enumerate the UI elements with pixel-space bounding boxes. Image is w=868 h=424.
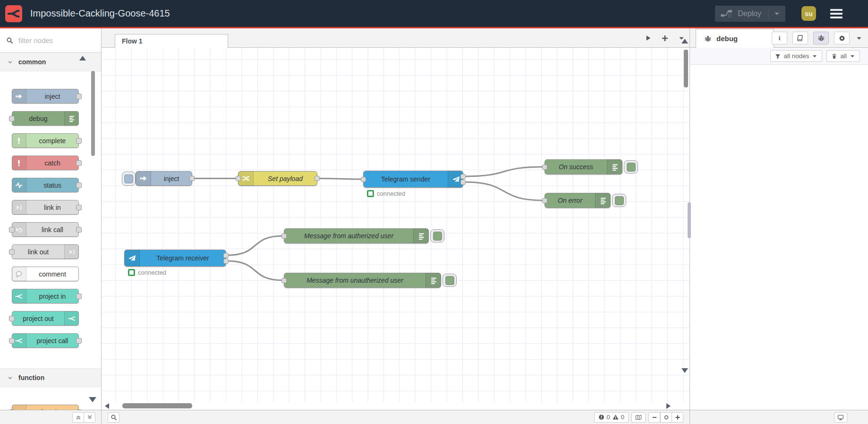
node-output-port[interactable] xyxy=(76,227,82,233)
node-output-port[interactable] xyxy=(460,174,466,179)
node-output-port[interactable] xyxy=(76,182,82,188)
zoom-reset-button[interactable] xyxy=(660,412,672,423)
node-input-port[interactable] xyxy=(542,164,547,170)
debug-enable-toggle[interactable] xyxy=(430,229,444,242)
sidebar-resize-grip[interactable] xyxy=(688,202,691,238)
canvas-scroll-left-arrow[interactable] xyxy=(105,403,109,409)
node-input-port[interactable] xyxy=(361,177,366,182)
palette-node-catch[interactable]: catch xyxy=(12,156,79,170)
canvas-horizontal-scrollbar-thumb[interactable] xyxy=(122,403,192,408)
node-input-port[interactable] xyxy=(9,227,15,233)
palette-collapse-all-button[interactable] xyxy=(72,412,84,423)
palette-node-function[interactable]: ffunction xyxy=(12,405,79,410)
debug-enable-toggle[interactable] xyxy=(612,194,626,207)
palette-node-link-call[interactable]: link call xyxy=(12,222,79,237)
flow-canvas[interactable]: injectSet payloadTelegram senderconnecte… xyxy=(102,48,689,402)
plus-icon xyxy=(661,35,669,42)
flow-node-inject[interactable]: inject xyxy=(136,171,192,186)
flow-node-on-error[interactable]: On error xyxy=(545,193,611,208)
palette-scroll-up-arrow[interactable] xyxy=(79,56,86,61)
node-input-port[interactable] xyxy=(9,116,15,121)
tab-debug[interactable]: debug xyxy=(696,29,774,48)
main-menu-button[interactable] xyxy=(830,9,842,18)
flow-node-on-success[interactable]: On success xyxy=(545,159,622,174)
palette-category-header-common[interactable]: common xyxy=(0,52,101,71)
search-flows-button[interactable] xyxy=(108,412,119,423)
deploy-button[interactable]: Deploy xyxy=(715,6,785,22)
open-dashboard-button[interactable] xyxy=(834,412,847,423)
flow-node-set-payload[interactable]: Set payload xyxy=(238,171,317,186)
node-input-port[interactable] xyxy=(281,234,287,239)
canvas-vertical-scrollbar-thumb[interactable] xyxy=(684,50,688,87)
sidebar-menu-button[interactable] xyxy=(856,35,862,42)
node-input-port[interactable] xyxy=(9,338,15,344)
canvas-scroll-right-arrow[interactable] xyxy=(666,403,671,409)
palette-search-input[interactable] xyxy=(17,36,85,45)
node-output-port[interactable] xyxy=(76,94,82,99)
wire[interactable] xyxy=(227,236,283,255)
node-output-port[interactable] xyxy=(76,294,82,299)
open-flow-list-button[interactable] xyxy=(645,28,652,48)
palette-node-status[interactable]: status xyxy=(12,178,79,192)
palette-category-header-function[interactable]: function xyxy=(0,368,101,387)
node-output-port[interactable] xyxy=(223,259,229,264)
flow-node-msg-unauthorized[interactable]: Message from unautherized user xyxy=(284,273,441,288)
node-input-port[interactable] xyxy=(281,278,287,283)
toggle-navigator-button[interactable] xyxy=(631,412,646,423)
node-output-port[interactable] xyxy=(76,138,82,144)
palette-node-inject[interactable]: inject xyxy=(12,89,79,104)
debug-filter-button[interactable]: all nodes xyxy=(770,50,822,62)
tab-flow-1[interactable]: Flow 1 xyxy=(115,34,228,48)
flow-node-msg-authorized[interactable]: Message from autherized user xyxy=(284,228,429,243)
wire[interactable] xyxy=(464,182,544,200)
zoom-out-button[interactable] xyxy=(648,412,660,423)
palette-expand-all-button[interactable] xyxy=(84,412,95,423)
node-output-port[interactable] xyxy=(76,205,82,210)
node-input-port[interactable] xyxy=(236,176,241,181)
node-output-port[interactable] xyxy=(460,180,466,185)
node-output-port[interactable] xyxy=(315,176,320,181)
search-icon xyxy=(111,414,117,421)
canvas-scroll-down-arrow[interactable] xyxy=(681,368,688,373)
node-input-port[interactable] xyxy=(9,249,15,255)
node-red-logo-icon xyxy=(68,315,76,322)
canvas-scroll-up-arrow[interactable] xyxy=(681,39,688,43)
debug-enable-toggle[interactable] xyxy=(624,160,638,173)
add-flow-button[interactable] xyxy=(661,28,669,48)
wire[interactable] xyxy=(464,167,544,176)
debug-enable-toggle[interactable] xyxy=(443,274,457,287)
sidebar-info-button[interactable]: i xyxy=(772,32,787,44)
user-avatar[interactable]: su xyxy=(801,6,816,21)
node-output-port[interactable] xyxy=(189,176,195,181)
sidebar-help-button[interactable] xyxy=(792,32,808,44)
chevron-down-icon[interactable] xyxy=(774,10,780,17)
palette-node-project-out[interactable]: project out xyxy=(12,311,79,326)
palette-node-debug[interactable]: debug xyxy=(12,111,79,126)
flow-node-telegram-receiver[interactable]: Telegram receiver xyxy=(124,250,226,267)
flow-node-label: inject xyxy=(151,172,192,185)
palette-node-comment[interactable]: comment xyxy=(12,267,79,281)
node-input-port[interactable] xyxy=(9,316,15,321)
node-input-port[interactable] xyxy=(542,198,547,203)
sidebar-config-button[interactable] xyxy=(834,32,850,44)
node-output-port[interactable] xyxy=(76,338,82,344)
flow-node-telegram-sender[interactable]: Telegram sender xyxy=(363,171,463,188)
sidebar-debug-button[interactable] xyxy=(813,32,829,44)
palette-node-link-out[interactable]: link out xyxy=(12,244,79,259)
node-output-port[interactable] xyxy=(223,253,229,258)
zoom-in-button[interactable] xyxy=(672,412,683,423)
wire[interactable] xyxy=(227,261,283,280)
palette-node-link-in[interactable]: link in xyxy=(12,200,79,215)
link-arrow-icon xyxy=(15,204,23,211)
palette-scroll-down-arrow[interactable] xyxy=(89,397,96,402)
node-output-port[interactable] xyxy=(76,160,82,166)
palette-node-project-call[interactable]: project call xyxy=(12,333,79,348)
wire[interactable] xyxy=(318,179,363,180)
debug-clear-button[interactable]: all xyxy=(826,50,860,62)
notification-counts[interactable]: 0 0 xyxy=(594,412,629,423)
flow-tabs-menu-button[interactable] xyxy=(678,28,685,48)
palette-scrollbar-thumb[interactable] xyxy=(91,71,95,156)
palette-node-project-in[interactable]: project in xyxy=(12,289,79,303)
inject-trigger-button[interactable] xyxy=(122,172,136,186)
palette-node-complete[interactable]: complete xyxy=(12,133,79,148)
